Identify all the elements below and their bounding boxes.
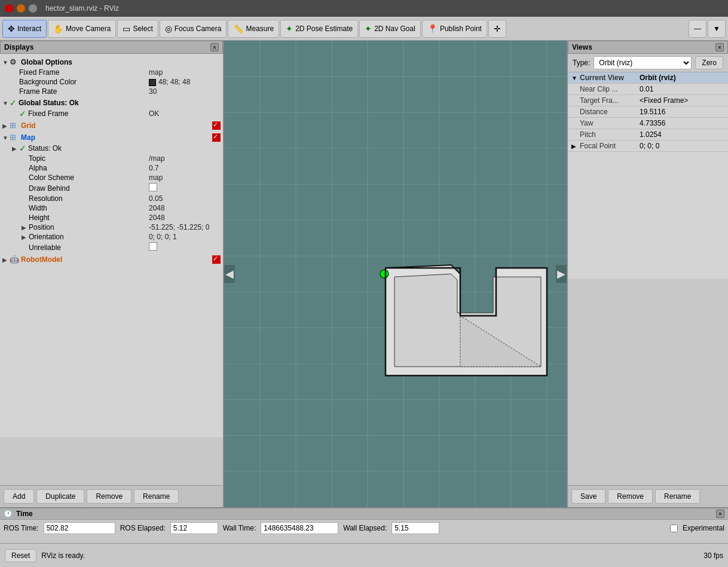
grid-row[interactable]: ▶ ⊞ Grid [0, 120, 223, 131]
maximize-button[interactable] [29, 4, 37, 13]
displays-header: Displays × [0, 41, 223, 54]
measure-button[interactable]: 📏 Measure [228, 20, 279, 38]
minimize-button[interactable] [17, 4, 25, 13]
interact-button[interactable]: ✥ Interact [2, 20, 47, 38]
viewport[interactable]: ◀ ▶ [224, 41, 567, 507]
add-tool-icon: ✛ [494, 24, 501, 33]
color-scheme-row[interactable]: Color Scheme map [0, 173, 223, 182]
ros-elapsed-input[interactable] [170, 522, 218, 534]
orientation-label: Orientation [29, 233, 149, 241]
fixed-frame-row[interactable]: Fixed Frame map [0, 68, 223, 77]
target-frame-row[interactable]: Target Fra... <Fixed Frame> [568, 95, 728, 106]
displays-tree[interactable]: ▼ ⚙ Global Options Fixed Frame map Backg… [0, 54, 223, 437]
focal-point-row[interactable]: ▶ Focal Point 0; 0; 0 [568, 141, 728, 152]
wall-elapsed-input[interactable] [391, 522, 439, 534]
add-tool-button[interactable]: ✛ [488, 20, 506, 38]
wall-time-input[interactable] [261, 522, 338, 534]
draw-behind-row[interactable]: Draw Behind [0, 182, 223, 194]
unreliable-row[interactable]: Unreliable [0, 242, 223, 253]
topic-value: /map [149, 154, 221, 163]
viewport-left-arrow[interactable]: ◀ [224, 265, 235, 283]
add-button[interactable]: Add [4, 489, 34, 504]
global-options-arrow: ▼ [2, 59, 10, 66]
bg-color-row[interactable]: Background Color 48; 48; 48 [0, 77, 223, 87]
topic-row[interactable]: Topic /map [0, 154, 223, 163]
near-clip-row[interactable]: Near Clip ... 0.01 [568, 84, 728, 95]
duplicate-button[interactable]: Duplicate [36, 489, 84, 504]
yaw-row[interactable]: Yaw 4.73356 [568, 118, 728, 129]
toolbar-extra-button[interactable]: ▼ [708, 20, 726, 38]
close-button[interactable] [5, 4, 13, 13]
views-header: Views × [568, 41, 728, 54]
views-save-button[interactable]: Save [571, 489, 605, 504]
orientation-row[interactable]: ▶ Orientation 0; 0; 0; 1 [0, 232, 223, 242]
window-title: hector_slam.rviz - RViz [45, 4, 119, 13]
map-status-label: Status: Ok [28, 144, 221, 153]
ros-time-label: ROS Time: [4, 524, 39, 532]
height-row[interactable]: Height 2048 [0, 213, 223, 222]
toolbar-minus-button[interactable]: — [689, 20, 706, 38]
views-remove-button[interactable]: Remove [608, 489, 653, 504]
publish-point-label: Publish Point [440, 25, 482, 33]
focus-camera-icon: ◎ [165, 24, 172, 33]
toolbar: ✥ Interact ✋ Move Camera ▭ Select ◎ Focu… [0, 17, 728, 41]
lower-left-panel [0, 437, 223, 485]
publish-point-button[interactable]: 📍 Publish Point [422, 20, 487, 38]
frame-rate-row[interactable]: Frame Rate 30 [0, 87, 223, 96]
draw-behind-checkbox[interactable] [149, 183, 157, 191]
ros-elapsed-label: ROS Elapsed: [120, 524, 166, 532]
reset-button[interactable]: Reset [5, 549, 36, 562]
remove-button[interactable]: Remove [87, 489, 131, 504]
2d-pose-button[interactable]: ✦ 2D Pose Estimate [280, 20, 358, 38]
views-type-select[interactable]: Orbit (rviz) [594, 56, 692, 69]
pitch-row[interactable]: Pitch 1.0254 [568, 129, 728, 141]
robotmodel-checkbox[interactable] [212, 255, 221, 264]
global-options-row[interactable]: ▼ ⚙ Global Options [0, 57, 223, 68]
views-zero-button[interactable]: Zero [695, 56, 723, 69]
map-label: Map [21, 133, 117, 142]
map-item: ▼ ⊞ Map ▶ ✓ Status: Ok Topic /map [0, 132, 223, 254]
position-row[interactable]: ▶ Position -51.225; -51.225; 0 [0, 222, 223, 232]
select-button[interactable]: ▭ Select [117, 20, 158, 38]
2d-nav-button[interactable]: ✦ 2D Nav Goal [359, 20, 421, 38]
current-view-arrow: ▼ [571, 75, 580, 81]
views-type-label: Type: [573, 59, 590, 67]
grid-checkbox[interactable] [212, 121, 221, 130]
pitch-key: Pitch [580, 130, 640, 139]
unreliable-checkbox[interactable] [149, 242, 157, 251]
right-buttons: Save Remove Rename [568, 485, 728, 507]
interact-label: Interact [17, 25, 41, 33]
map-row[interactable]: ▼ ⊞ Map [0, 132, 223, 143]
global-status-row[interactable]: ▼ ✓ Global Status: Ok [0, 97, 223, 108]
alpha-label: Alpha [29, 164, 149, 172]
time-close-button[interactable]: × [716, 510, 724, 518]
current-view-header[interactable]: ▼ Current View Orbit (rviz) [568, 72, 728, 84]
focus-camera-button[interactable]: ◎ Focus Camera [160, 20, 227, 38]
target-frame-key: Target Fra... [580, 96, 640, 105]
robotmodel-row[interactable]: ▶ 🤖 RobotModel [0, 254, 223, 265]
map-checkbox[interactable] [212, 133, 221, 142]
resolution-row[interactable]: Resolution 0.05 [0, 194, 223, 203]
move-camera-button[interactable]: ✋ Move Camera [48, 20, 116, 38]
viewport-right-arrow[interactable]: ▶ [556, 265, 567, 283]
views-close-button[interactable]: × [715, 43, 724, 51]
near-clip-key: Near Clip ... [580, 85, 640, 93]
views-rename-button[interactable]: Rename [655, 489, 700, 504]
grid-icon: ⊞ [10, 121, 19, 130]
alpha-row[interactable]: Alpha 0.7 [0, 163, 223, 173]
ros-time-input[interactable] [44, 522, 115, 534]
displays-close-button[interactable]: × [210, 43, 219, 51]
robotmodel-label: RobotModel [21, 255, 117, 264]
global-options-icon: ⚙ [10, 57, 19, 67]
width-row[interactable]: Width 2048 [0, 203, 223, 213]
time-clock-icon: 🕐 [4, 510, 13, 518]
rename-button[interactable]: Rename [134, 489, 179, 504]
views-tree: ▼ Current View Orbit (rviz) Near Clip ..… [568, 72, 728, 279]
color-scheme-value: map [149, 173, 221, 182]
alpha-value: 0.7 [149, 164, 221, 172]
map-status-row[interactable]: ▶ ✓ Status: Ok [0, 143, 223, 154]
topic-label: Topic [29, 154, 149, 163]
fixed-frame-status-row[interactable]: ✓ Fixed Frame OK [0, 108, 223, 119]
distance-row[interactable]: Distance 19.5116 [568, 106, 728, 118]
experimental-checkbox[interactable] [670, 525, 678, 532]
